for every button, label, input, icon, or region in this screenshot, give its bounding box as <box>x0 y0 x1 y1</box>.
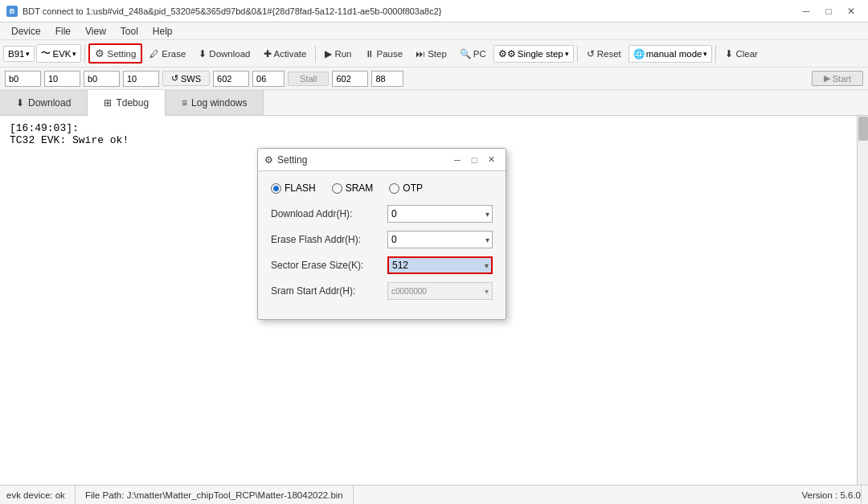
tab-bar: ⬇ Download ⊞ Tdebug ≡ Log windows <box>0 90 868 116</box>
activate-icon: ✚ <box>264 48 272 59</box>
run-icon: ▶ <box>325 48 332 59</box>
b91-dropdown[interactable]: B91 ▾ <box>3 46 35 62</box>
start-label: Start <box>833 74 851 84</box>
sram-start-addr-label: Sram Start Addr(H): <box>271 285 387 297</box>
maximize-button[interactable]: □ <box>818 3 839 19</box>
status-filepath-text: File Path: J:\matter\Matter_chipTool_RCP… <box>85 490 343 500</box>
tab-download[interactable]: ⬇ Download <box>0 90 88 115</box>
b91-label: B91 <box>8 49 24 59</box>
start-button: ▶ Start <box>812 71 863 86</box>
sector-erase-size-select[interactable]: 512 <box>387 256 493 274</box>
sws-icon: ↺ <box>171 73 178 84</box>
step-icon: ⏭ <box>416 49 425 59</box>
run-button[interactable]: ▶ Run <box>319 45 357 63</box>
step-label: Step <box>428 49 447 59</box>
separator-3 <box>577 45 578 63</box>
field-10-2[interactable] <box>123 71 159 87</box>
field-602-2[interactable] <box>332 71 368 87</box>
toolbar2: ↺ SWS Stall ▶ Start <box>0 68 868 90</box>
radio-flash[interactable]: FLASH <box>271 182 316 194</box>
stall-label: Stall <box>300 74 317 84</box>
modal-controls: ─ □ ✕ <box>449 153 499 167</box>
separator-1 <box>84 45 85 63</box>
tdebug-tab-label: Tdebug <box>116 97 149 109</box>
step-button[interactable]: ⏭ Step <box>410 46 452 62</box>
radio-sram[interactable]: SRAM <box>332 182 374 194</box>
field-06[interactable] <box>252 71 285 87</box>
sector-erase-size-label: Sector Erase Size(K): <box>271 260 387 271</box>
sram-start-addr-field: c0000000 ▾ <box>387 282 493 300</box>
field-b0-2[interactable] <box>84 71 120 87</box>
modal-title-text: Setting <box>277 154 307 166</box>
logwindows-tab-label: Log windows <box>191 97 247 109</box>
sram-start-addr-value: c0000000 <box>391 287 427 296</box>
sws-button[interactable]: ↺ SWS <box>162 71 210 86</box>
title-bar: B BDT connect to 1:usb#vid_248a&pid_5320… <box>0 0 868 23</box>
erase-button[interactable]: 🖊 Erase <box>144 46 191 62</box>
field-10-1[interactable] <box>44 71 80 87</box>
clear-button[interactable]: ⬇ Clear <box>719 45 763 63</box>
title-bar-left: B BDT connect to 1:usb#vid_248a&pid_5320… <box>6 6 442 17</box>
status-device: evk device: ok <box>6 486 76 504</box>
pc-label: PC <box>473 49 486 59</box>
scrollbar-track[interactable] <box>857 116 868 485</box>
radio-group: FLASH SRAM OTP <box>271 182 493 194</box>
tab-tdebug[interactable]: ⊞ Tdebug <box>88 90 166 116</box>
field-88[interactable] <box>371 71 403 87</box>
modal-minimize-button[interactable]: ─ <box>449 153 465 167</box>
menu-view[interactable]: View <box>79 24 113 39</box>
single-step-icon: ⚙⚙ <box>498 48 516 59</box>
reset-icon: ↺ <box>587 48 595 59</box>
reset-label: Reset <box>597 49 621 59</box>
menu-device[interactable]: Device <box>5 24 47 39</box>
erase-icon: 🖊 <box>149 49 159 59</box>
tab-logwindows[interactable]: ≡ Log windows <box>166 90 264 115</box>
download-icon: ⬇ <box>199 48 207 59</box>
modal-body: FLASH SRAM OTP Download Addr(H): <box>258 171 506 319</box>
modal-title-bar: ⚙ Setting ─ □ ✕ <box>258 149 506 171</box>
scrollbar-thumb[interactable] <box>858 117 868 141</box>
radio-otp-circle <box>389 183 399 194</box>
evk-icon: 〜 <box>41 47 51 59</box>
menu-tool[interactable]: Tool <box>114 24 145 39</box>
evk-dropdown[interactable]: 〜 EVK ▾ <box>36 44 81 63</box>
stall-button: Stall <box>288 72 329 86</box>
pause-button[interactable]: ⏸ Pause <box>359 46 409 62</box>
close-button[interactable]: ✕ <box>841 3 862 19</box>
field-b0-1[interactable] <box>5 71 41 87</box>
reset-button[interactable]: ↺ Reset <box>581 45 627 63</box>
menu-file[interactable]: File <box>49 24 77 39</box>
field-602-1[interactable] <box>213 71 249 87</box>
setting-button[interactable]: ⚙ Setting <box>88 43 142 64</box>
download-addr-label: Download Addr(H): <box>271 208 387 219</box>
minimize-button[interactable]: ─ <box>796 3 817 19</box>
download-button[interactable]: ⬇ Download <box>193 45 256 63</box>
start-icon: ▶ <box>824 73 830 84</box>
erase-flash-addr-select[interactable]: 0 <box>387 231 493 248</box>
status-version-text: Version : 5.6.0 <box>801 490 861 500</box>
radio-flash-label: FLASH <box>285 182 316 194</box>
menu-help[interactable]: Help <box>146 24 179 39</box>
form-row-erase-flash-addr: Erase Flash Addr(H): 0 <box>271 231 493 248</box>
activate-button[interactable]: ✚ Activate <box>258 45 313 63</box>
sws-label: SWS <box>181 74 201 84</box>
modal-maximize-button[interactable]: □ <box>466 153 482 167</box>
manual-mode-label: manual mode <box>646 49 702 59</box>
manual-mode-dropdown[interactable]: 🌐 manual mode ▾ <box>628 45 713 63</box>
download-label: Download <box>209 49 250 59</box>
modal-title-icon: ⚙ <box>264 154 273 166</box>
radio-sram-label: SRAM <box>346 182 374 194</box>
single-step-chevron-icon: ▾ <box>565 50 569 58</box>
menu-bar: Device File View Tool Help <box>0 23 868 40</box>
log-line-2: TC32 EVK: Swire ok! <box>10 134 858 146</box>
modal-close-button[interactable]: ✕ <box>483 153 499 167</box>
download-addr-select[interactable]: 0 <box>387 205 493 223</box>
radio-otp[interactable]: OTP <box>389 182 423 194</box>
activate-label: Activate <box>274 49 307 59</box>
setting-modal: ⚙ Setting ─ □ ✕ FLASH <box>257 148 506 320</box>
toolbar: B91 ▾ 〜 EVK ▾ ⚙ Setting 🖊 Erase ⬇ Downlo… <box>0 40 868 68</box>
form-row-sram-start-addr: Sram Start Addr(H): c0000000 ▾ <box>271 282 493 300</box>
single-step-dropdown[interactable]: ⚙⚙ Single step ▾ <box>493 45 574 63</box>
pc-button[interactable]: 🔍 PC <box>454 45 492 63</box>
status-version: Version : 5.6.0 <box>792 486 862 504</box>
